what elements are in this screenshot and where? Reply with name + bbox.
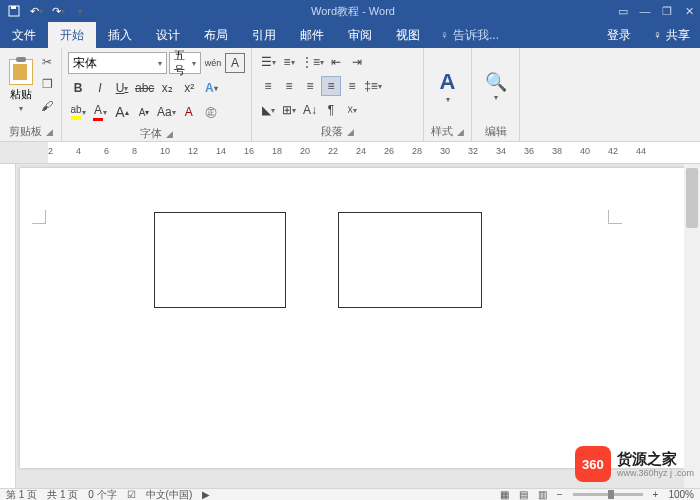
status-page[interactable]: 第 1 页 (6, 488, 37, 501)
tab-file[interactable]: 文件 (0, 22, 48, 48)
show-marks-button[interactable]: ¶ (321, 100, 341, 120)
horizontal-ruler[interactable]: 2468101214161820222426283032343638404244 (0, 142, 700, 164)
view-read-mode-icon[interactable]: ▦ (500, 489, 509, 500)
status-macro-icon[interactable]: ▶ (202, 489, 210, 500)
tab-references[interactable]: 引用 (240, 22, 288, 48)
zoom-in-button[interactable]: + (653, 489, 659, 500)
numbering-button[interactable]: ≡▾ (279, 52, 299, 72)
status-spellcheck-icon[interactable]: ☑ (127, 489, 136, 500)
dialog-launcher-icon[interactable]: ◢ (457, 127, 464, 137)
shrink-font-label: A (139, 107, 146, 118)
margin-corner-tr (608, 210, 622, 224)
tab-review[interactable]: 审阅 (336, 22, 384, 48)
tell-me-search[interactable]: ♀ 告诉我... (432, 22, 595, 48)
qat-customize-icon[interactable]: ▾ (70, 2, 90, 20)
line-spacing-button[interactable]: ‡≡▾ (363, 76, 383, 96)
undo-icon[interactable]: ↶▾ (26, 2, 46, 20)
zoom-level[interactable]: 100% (668, 489, 694, 500)
highlight-button[interactable]: ab▾ (68, 102, 88, 122)
status-language[interactable]: 中文(中国) (146, 488, 193, 501)
dialog-launcher-icon[interactable]: ◢ (347, 127, 354, 137)
vertical-scrollbar[interactable] (684, 164, 700, 488)
distributed-button[interactable]: ≡ (342, 76, 362, 96)
change-case-button[interactable]: Aa▾ (156, 102, 177, 122)
view-print-layout-icon[interactable]: ▤ (519, 489, 528, 500)
page-canvas[interactable] (20, 168, 684, 468)
vertical-ruler[interactable] (0, 164, 16, 488)
bullets-button[interactable]: ☰▾ (258, 52, 278, 72)
tab-design[interactable]: 设计 (144, 22, 192, 48)
ruler-tick: 4 (76, 146, 81, 156)
ruler-tick: 32 (468, 146, 478, 156)
tab-mailings[interactable]: 邮件 (288, 22, 336, 48)
underline-button[interactable]: U▾ (112, 78, 132, 98)
increase-indent-button[interactable]: ⇥ (347, 52, 367, 72)
share-button[interactable]: ♀共享 (643, 22, 700, 48)
status-total-pages[interactable]: 共 1 页 (47, 488, 78, 501)
view-web-layout-icon[interactable]: ▥ (538, 489, 547, 500)
align-left-button[interactable]: ≡ (258, 76, 278, 96)
status-word-count[interactable]: 0 个字 (88, 488, 116, 501)
group-styles: A ▾ 样式◢ (424, 48, 472, 141)
ribbon-options-icon[interactable]: ▭ (612, 0, 634, 22)
group-font: 宋体▾ 五号▾ wén A B I U▾ abc x₂ x² A▾ ab▾ A▾… (62, 48, 252, 141)
character-border-button[interactable]: A (225, 53, 245, 73)
find-button[interactable]: 🔍 ▾ (476, 50, 515, 122)
format-painter-icon[interactable]: 🖌 (37, 96, 57, 116)
ruler-tick: 40 (580, 146, 590, 156)
copy-icon[interactable]: ❐ (37, 74, 57, 94)
text-effects-button[interactable]: A▾ (201, 78, 221, 98)
borders-button[interactable]: ⊞▾ (279, 100, 299, 120)
font-color-button[interactable]: A▾ (90, 102, 110, 122)
minimize-icon[interactable]: — (634, 0, 656, 22)
cut-icon[interactable]: ✂ (37, 52, 57, 72)
bold-button[interactable]: B (68, 78, 88, 98)
signin-link[interactable]: 登录 (595, 22, 643, 48)
zoom-slider[interactable] (573, 493, 643, 496)
case-label: Aa (157, 105, 172, 119)
subscript-button[interactable]: x₂ (157, 78, 177, 98)
search-icon: 🔍 (485, 71, 507, 93)
shrink-font-button[interactable]: A▾ (134, 102, 154, 122)
rectangle-shape[interactable] (338, 212, 482, 308)
grow-font-button[interactable]: A▴ (112, 102, 132, 122)
watermark-title: 货源之家 (617, 450, 694, 468)
tab-insert[interactable]: 插入 (96, 22, 144, 48)
phonetic-guide-button[interactable]: wén (203, 53, 223, 73)
justify-button[interactable]: ≡ (321, 76, 341, 96)
tab-home[interactable]: 开始 (48, 22, 96, 48)
clear-formatting-button[interactable]: A (179, 102, 199, 122)
tab-view[interactable]: 视图 (384, 22, 432, 48)
italic-button[interactable]: I (90, 78, 110, 98)
paste-button[interactable]: 粘贴 ▾ (4, 50, 37, 122)
font-size-combo[interactable]: 五号▾ (169, 52, 201, 74)
shading-button[interactable]: ◣▾ (258, 100, 278, 120)
char-border-label: A (231, 56, 239, 70)
dialog-launcher-icon[interactable]: ◢ (46, 127, 53, 137)
superscript-button[interactable]: x² (179, 78, 199, 98)
chevron-down-icon: ▾ (158, 59, 162, 68)
ruler-tick: 16 (244, 146, 254, 156)
styles-gallery-button[interactable]: A ▾ (428, 50, 467, 122)
maximize-icon[interactable]: ❐ (656, 0, 678, 22)
enclose-characters-button[interactable]: ㊣ (201, 102, 221, 122)
align-center-button[interactable]: ≡ (279, 76, 299, 96)
align-right-button[interactable]: ≡ (300, 76, 320, 96)
redo-icon[interactable]: ↷▾ (48, 2, 68, 20)
paste-label: 粘贴 (10, 87, 32, 102)
font-name-combo[interactable]: 宋体▾ (68, 52, 167, 74)
asian-layout-button[interactable]: ☓▾ (342, 100, 362, 120)
save-icon[interactable] (4, 2, 24, 20)
scrollbar-thumb[interactable] (686, 168, 698, 228)
strikethrough-button[interactable]: abc (134, 78, 155, 98)
decrease-indent-button[interactable]: ⇤ (326, 52, 346, 72)
watermark-url: www.360hyz j .com (617, 468, 694, 479)
multilevel-list-button[interactable]: ⋮≡▾ (300, 52, 325, 72)
tab-layout[interactable]: 布局 (192, 22, 240, 48)
sort-button[interactable]: A↓ (300, 100, 320, 120)
ruby-label: wén (205, 58, 222, 68)
dialog-launcher-icon[interactable]: ◢ (166, 129, 173, 139)
close-icon[interactable]: ✕ (678, 0, 700, 22)
zoom-out-button[interactable]: − (557, 489, 563, 500)
rectangle-shape[interactable] (154, 212, 286, 308)
